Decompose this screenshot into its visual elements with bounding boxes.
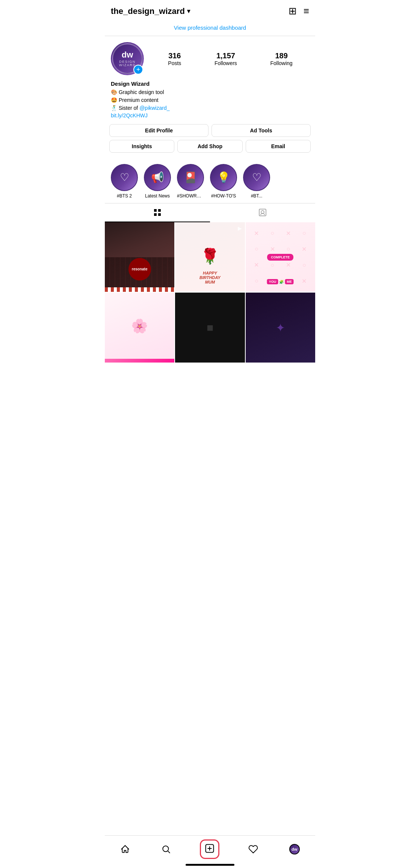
posts-grid: resonate ▶ 🌹 HAPPYBIRTHDAYMUM ✕ ○ ✕ ○ ○ … — [105, 222, 315, 363]
svg-rect-3 — [158, 213, 161, 216]
highlight-howtos[interactable]: 💡 #HOW-TO'S — [210, 164, 237, 199]
add-story-button[interactable]: + — [133, 65, 143, 74]
highlight-bt[interactable]: ♡ #BT... — [243, 164, 270, 199]
website-link[interactable]: bit.ly/2QcKHWJ — [111, 112, 148, 118]
profile-section: dw DESIGN WIZARD + 316 Posts 1,157 Follo… — [105, 36, 315, 75]
post-item[interactable]: ✦ — [246, 293, 315, 362]
post-item[interactable]: ▶ 🌹 HAPPYBIRTHDAYMUM — [175, 222, 245, 292]
gradient-bar — [105, 359, 174, 363]
cards-highlight-icon: 🎴 — [184, 172, 197, 183]
tab-grid[interactable] — [105, 203, 210, 222]
highlight-showreel-label: #SHOWREEL — [177, 193, 204, 199]
reels-icon: ▶ — [238, 225, 242, 231]
pro-dashboard-banner: View professional dashboard — [105, 21, 315, 36]
header-actions: ⊞ ≡ — [289, 5, 309, 17]
followers-count: 1,157 — [216, 52, 235, 60]
heart-rose-decoration: 🌹 — [201, 247, 219, 265]
bio-line-2: 🤩 Premium content — [111, 96, 309, 104]
bio-section: Design Wizard 🎨 Graphic design tool 🤩 Pr… — [105, 80, 315, 124]
followers-label: Followers — [215, 60, 237, 66]
post-item[interactable]: ✕ ○ ✕ ○ ○ ✕ ○ ✕ ✕ ○ ✕ ○ ○ ✕ ○ ✕ COMPLETE… — [246, 222, 315, 292]
chevron-down-icon: ▾ — [187, 8, 190, 15]
app-header: the_design_wizard ▾ ⊞ ≡ — [105, 0, 315, 21]
bio-line-3: 🕺 Sister of @pikwizard_ — [111, 104, 309, 112]
tagged-icon — [258, 208, 267, 217]
pro-dashboard-link[interactable]: View professional dashboard — [174, 24, 246, 31]
new-post-icon[interactable]: ⊞ — [289, 5, 297, 17]
following-count: 189 — [275, 52, 287, 60]
highlights-row: ♡ #BTS 2 📢 Latest News 🎴 #SHOWREEL 💡 #HO… — [105, 161, 315, 203]
followers-stat[interactable]: 1,157 Followers — [215, 52, 237, 66]
highlight-bts2[interactable]: ♡ #BTS 2 — [111, 164, 138, 199]
avatar-initials: dw — [122, 50, 133, 59]
content-tab-bar — [105, 203, 315, 222]
post-item[interactable]: resonate — [105, 222, 174, 292]
tab-tagged[interactable] — [210, 203, 315, 222]
highlight-bt-label: #BT... — [251, 193, 263, 199]
posts-count: 316 — [168, 52, 181, 60]
dark-post-icon: ■ — [207, 321, 213, 334]
purple-post-icon: ✦ — [276, 321, 285, 334]
edit-profile-button[interactable]: Edit Profile — [109, 124, 208, 137]
birthday-text: HAPPYBIRTHDAYMUM — [199, 271, 221, 284]
post-item[interactable]: ■ — [175, 293, 245, 362]
button-row-1: Edit Profile Ad Tools — [109, 124, 311, 137]
pikwizard-link[interactable]: @pikwizard_ — [139, 105, 169, 111]
resonate-label: resonate — [128, 258, 151, 281]
highlight-howtos-label: #HOW-TO'S — [211, 193, 236, 199]
highlight-bts2-label: #BTS 2 — [117, 193, 132, 199]
svg-rect-1 — [158, 209, 161, 212]
bio-line-1: 🎨 Graphic design tool — [111, 88, 309, 96]
svg-rect-4 — [259, 209, 266, 216]
insights-button[interactable]: Insights — [109, 140, 174, 153]
puzzle-complete-badge: COMPLETE — [267, 254, 293, 261]
avatar-wrapper[interactable]: dw DESIGN WIZARD + — [111, 42, 144, 75]
svg-rect-0 — [154, 209, 157, 212]
menu-icon[interactable]: ≡ — [304, 5, 309, 17]
ad-tools-button[interactable]: Ad Tools — [212, 124, 311, 137]
bulb-highlight-icon: 💡 — [217, 172, 230, 183]
you-me-label: YOU 🧩 ME — [267, 279, 294, 284]
following-stat[interactable]: 189 Following — [270, 52, 293, 66]
profile-top-row: dw DESIGN WIZARD + 316 Posts 1,157 Follo… — [111, 42, 309, 75]
highlight-latest-news[interactable]: 📢 Latest News — [144, 164, 171, 199]
username-dropdown[interactable]: the_design_wizard ▾ — [111, 6, 190, 16]
stripe-decoration — [105, 287, 174, 292]
svg-rect-2 — [154, 213, 157, 216]
posts-stat[interactable]: 316 Posts — [168, 52, 181, 66]
username-text: the_design_wizard — [111, 6, 185, 16]
posts-label: Posts — [168, 60, 181, 66]
add-shop-button[interactable]: Add Shop — [177, 140, 242, 153]
megaphone-highlight-icon: 📢 — [151, 172, 164, 183]
highlight-showreel[interactable]: 🎴 #SHOWREEL — [177, 164, 204, 199]
bottom-spacer — [105, 363, 315, 396]
action-buttons: Edit Profile Ad Tools Insights Add Shop … — [105, 124, 315, 161]
highlight-latest-news-label: Latest News — [145, 193, 170, 199]
grid-icon — [153, 208, 162, 217]
stats-row: 316 Posts 1,157 Followers 189 Following — [151, 52, 309, 66]
heart-highlight-icon: ♡ — [120, 172, 129, 183]
flower-decoration: 🌸 — [131, 318, 148, 334]
profile-name: Design Wizard — [111, 80, 309, 87]
following-label: Following — [270, 60, 293, 66]
post-item[interactable]: 🌸 — [105, 293, 174, 362]
heart2-highlight-icon: ♡ — [252, 172, 261, 183]
button-row-2: Insights Add Shop Email — [109, 140, 311, 153]
email-button[interactable]: Email — [246, 140, 311, 153]
